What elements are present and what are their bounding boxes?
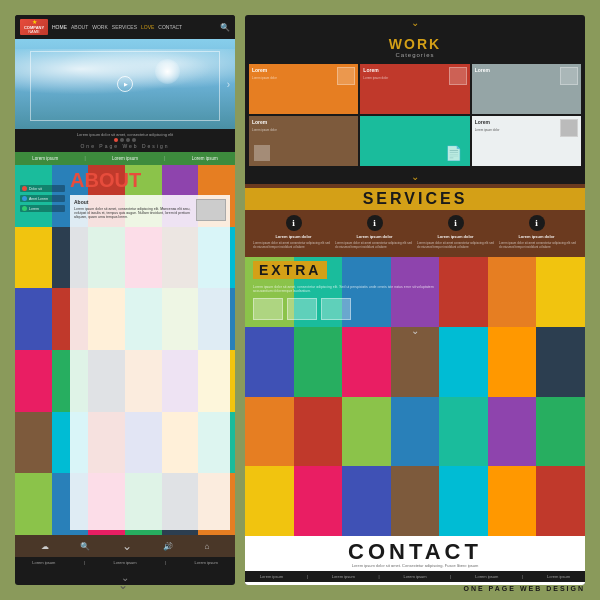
speaker-icon[interactable]: 🔊 bbox=[163, 542, 173, 551]
service-desc-1: Lorem ipsum dolor sit amet consectetur a… bbox=[253, 241, 331, 249]
rp-top-chevron: ⌄ bbox=[245, 15, 585, 30]
book-icon: 📄 bbox=[445, 145, 462, 161]
company-logo: ★ COMPANY NAME bbox=[20, 19, 48, 35]
sidebar-item-1[interactable]: Dolor sit bbox=[20, 185, 65, 192]
work-grid: Lorem Lorem ipsum dolor Lorem Lorem ipsu… bbox=[245, 62, 585, 170]
service-col-4: Lorem ipsum dolor sit amet consectetur a… bbox=[499, 241, 577, 249]
work-cell-6[interactable]: Lorem Lorem ipsum dolor bbox=[472, 116, 581, 166]
contact-link-2[interactable]: Lorem ipsum bbox=[332, 574, 355, 579]
contact-sep4: | bbox=[522, 574, 523, 579]
dot-2[interactable] bbox=[120, 138, 124, 142]
link-3[interactable]: Lorem ipsum bbox=[192, 156, 218, 161]
play-button[interactable] bbox=[117, 76, 133, 92]
work-cell-5[interactable]: 📄 bbox=[360, 116, 469, 166]
lp-nav: HOME ABOUT WORK SERVICES LOVE CONTACT bbox=[52, 24, 216, 30]
service-col-1: Lorem ipsum dolor sit amet consectetur a… bbox=[253, 241, 331, 249]
extra-img-3 bbox=[321, 298, 351, 320]
work-cell-1[interactable]: Lorem Lorem ipsum dolor bbox=[249, 64, 358, 114]
work-cell-3-img bbox=[560, 67, 578, 85]
contact-link-3[interactable]: Lorem ipsum bbox=[403, 574, 426, 579]
nav-about[interactable]: ABOUT bbox=[71, 24, 88, 30]
work-cell-4-label: Lorem bbox=[252, 119, 267, 125]
link-sep: | bbox=[84, 156, 85, 161]
extra-img-2 bbox=[287, 298, 317, 320]
search-footer-icon[interactable]: 🔍 bbox=[80, 542, 90, 551]
service-label-2: Lorem ipsum dolor bbox=[356, 234, 392, 239]
about-sidebar: Dolor sit Amet Lorem Lorem bbox=[15, 165, 70, 535]
nav-home[interactable]: HOME bbox=[52, 24, 67, 30]
service-icon-3: ℹ bbox=[448, 215, 464, 231]
contact-link-4[interactable]: Lorem ipsum bbox=[475, 574, 498, 579]
work-cell-3-label: Lorem bbox=[475, 67, 490, 73]
dot-1[interactable] bbox=[114, 138, 118, 142]
link-1[interactable]: Lorem ipsum bbox=[32, 156, 58, 161]
chevron-footer-icon[interactable]: ⌄ bbox=[122, 539, 132, 553]
sidebar-item-3[interactable]: Lorem bbox=[20, 205, 65, 212]
about-image bbox=[196, 199, 226, 221]
services-descriptions: Lorem ipsum dolor sit amet consectetur a… bbox=[253, 241, 577, 253]
lp-footer-links: Lorem ipsum | Lorem ipsum | Lorem ipsum bbox=[15, 557, 235, 568]
slide-dots bbox=[20, 138, 230, 142]
work-cell-1-img bbox=[337, 67, 355, 85]
lp-hero: › bbox=[15, 39, 235, 129]
search-icon[interactable]: 🔍 bbox=[220, 23, 230, 32]
service-col-3: Lorem ipsum dolor sit amet consectetur a… bbox=[417, 241, 495, 249]
services-labels: Lorem ipsum dolor Lorem ipsum dolor Lore… bbox=[253, 234, 577, 239]
left-panel: ★ COMPANY NAME HOME ABOUT WORK SERVICES … bbox=[15, 15, 235, 585]
sidebar-label-3: Lorem bbox=[29, 207, 39, 211]
about-title-area: ABOUT bbox=[70, 170, 235, 190]
hero-next-arrow[interactable]: › bbox=[227, 79, 230, 90]
footer-sep: | bbox=[84, 560, 85, 565]
extra-chevron: ⌄ bbox=[245, 323, 585, 338]
service-label-1: Lorem ipsum dolor bbox=[275, 234, 311, 239]
contact-sep2: | bbox=[379, 574, 380, 579]
work-cell-2-label: Lorem bbox=[363, 67, 378, 73]
sidebar-item-2[interactable]: Amet Lorem bbox=[20, 195, 65, 202]
work-cell-4-desc: Lorem ipsum dolor bbox=[252, 128, 355, 132]
nav-love[interactable]: LOVE bbox=[141, 24, 154, 30]
work-title: WORK bbox=[253, 36, 577, 52]
rp-work-section: WORK Categories bbox=[245, 30, 585, 62]
link-2[interactable]: Lorem ipsum bbox=[112, 156, 138, 161]
footer-link-1[interactable]: Lorem ipsum bbox=[32, 560, 55, 565]
footer-sep2: | bbox=[165, 560, 166, 565]
work-cell-2-img bbox=[449, 67, 467, 85]
contact-subtitle: Lorem ipsum dolor sit amet. Consectetur … bbox=[253, 563, 577, 568]
dot-3[interactable] bbox=[126, 138, 130, 142]
work-cell-4[interactable]: Lorem Lorem ipsum dolor bbox=[249, 116, 358, 166]
page-canvas: ★ COMPANY NAME HOME ABOUT WORK SERVICES … bbox=[0, 0, 600, 600]
sidebar-label-1: Dolor sit bbox=[29, 187, 42, 191]
work-cell-6-label: Lorem bbox=[475, 119, 490, 125]
sidebar-label-2: Amet Lorem bbox=[29, 197, 48, 201]
contact-links-bar: Lorem ipsum | Lorem ipsum | Lorem ipsum … bbox=[245, 571, 585, 582]
contact-link-5[interactable]: Lorem ipsum bbox=[547, 574, 570, 579]
footer-link-3[interactable]: Lorem ipsum bbox=[195, 560, 218, 565]
lp-header: ★ COMPANY NAME HOME ABOUT WORK SERVICES … bbox=[15, 15, 235, 39]
work-cell-2[interactable]: Lorem Lorem ipsum dolor bbox=[360, 64, 469, 114]
contact-sep3: | bbox=[450, 574, 451, 579]
footer-link-2[interactable]: Lorem ipsum bbox=[113, 560, 136, 565]
work-cell-6-img bbox=[560, 119, 578, 137]
nav-work[interactable]: WORK bbox=[92, 24, 108, 30]
service-desc-2: Lorem ipsum dolor sit amet consectetur a… bbox=[335, 241, 413, 249]
nav-services[interactable]: SERVICES bbox=[112, 24, 137, 30]
service-label-4: Lorem ipsum dolor bbox=[518, 234, 554, 239]
dot-4[interactable] bbox=[132, 138, 136, 142]
about-big-title: ABOUT bbox=[70, 170, 235, 190]
home-icon[interactable]: ⌂ bbox=[204, 542, 209, 551]
nav-contact[interactable]: CONTACT bbox=[158, 24, 182, 30]
lp-links-bar: Lorem ipsum | Lorem ipsum | Lorem ipsum bbox=[15, 152, 235, 165]
contact-link-1[interactable]: Lorem ipsum bbox=[260, 574, 283, 579]
lp-about-section: Dolor sit Amet Lorem Lorem ABOUT bbox=[15, 165, 235, 535]
right-panel: ⌄ WORK Categories Lorem Lorem ipsum dolo… bbox=[245, 15, 585, 585]
work-cell-3[interactable]: Lorem bbox=[472, 64, 581, 114]
work-subtitle: Categories bbox=[253, 52, 577, 58]
extra-images bbox=[245, 295, 585, 323]
services-icons: ℹ ℹ ℹ ℹ bbox=[253, 210, 577, 234]
link-sep2: | bbox=[164, 156, 165, 161]
page-bottom-label: ONE PAGE WEB DESIGN bbox=[464, 585, 586, 592]
services-title: SERVICES bbox=[245, 188, 585, 210]
company-name2: NAME bbox=[24, 30, 44, 34]
cloud-icon[interactable]: ☁ bbox=[41, 542, 49, 551]
hero-caption-text: Lorem ipsum dolor sit amet, consectetur … bbox=[20, 132, 230, 137]
